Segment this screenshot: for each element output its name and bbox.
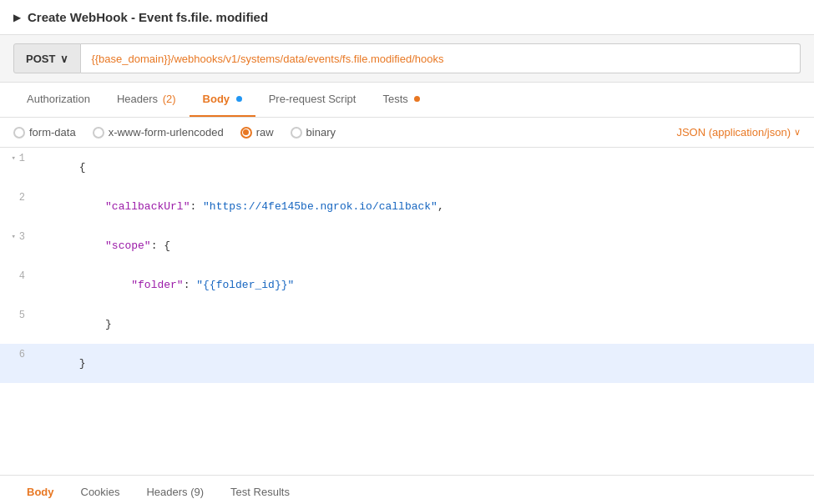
bottom-tab-headers[interactable]: Headers (9) (133, 476, 217, 504)
line-content-2: "callbackUrl": "https://4fe145be.ngrok.i… (33, 188, 814, 225)
tests-dot (414, 96, 420, 102)
code-line-empty-1 (0, 383, 814, 401)
line-number-3: ▾ 3 (0, 227, 33, 245)
line-content-6: } (33, 345, 814, 382)
binary-option[interactable]: binary (291, 126, 336, 139)
tab-body[interactable]: Body (190, 83, 255, 117)
tab-tests[interactable]: Tests (369, 83, 433, 117)
form-data-option[interactable]: form-data (13, 126, 76, 139)
urlencoded-radio[interactable] (93, 127, 104, 139)
tab-headers[interactable]: Headers (2) (104, 83, 190, 117)
form-data-radio[interactable] (13, 127, 25, 139)
tab-pre-request[interactable]: Pre-request Script (255, 83, 370, 117)
code-line-6: 6 } (0, 344, 814, 383)
code-line-3: ▾ 3 "scope": { (0, 226, 814, 265)
collapse-arrow-icon[interactable]: ▶ (13, 12, 21, 23)
binary-radio[interactable] (291, 127, 302, 139)
urlencoded-option[interactable]: x-www-form-urlencoded (93, 126, 224, 139)
title-bar: ▶ Create WebHook - Event fs.file. modifi… (0, 0, 814, 35)
line-content-1: { (33, 149, 814, 186)
code-line-1: ▾ 1 { (0, 148, 814, 187)
response-tabs: Body Cookies Headers (9) Test Results (0, 476, 814, 504)
code-line-empty-2 (0, 401, 814, 420)
method-dropdown-icon: ∨ (60, 53, 68, 65)
line-number-6: 6 (0, 345, 33, 363)
url-input[interactable] (81, 43, 801, 73)
request-tabs: Authorization Headers (2) Body Pre-reque… (0, 83, 814, 118)
bottom-tab-test-results[interactable]: Test Results (217, 476, 309, 504)
tab-authorization[interactable]: Authorization (13, 83, 104, 117)
body-options-bar: form-data x-www-form-urlencoded raw bina… (0, 118, 814, 148)
url-bar: POST ∨ (0, 35, 814, 83)
line-number-1: ▾ 1 (0, 149, 33, 167)
code-line-2: 2 "callbackUrl": "https://4fe145be.ngrok… (0, 187, 814, 226)
json-dropdown-icon: ∨ (794, 127, 801, 138)
line-number-2: 2 (0, 188, 33, 206)
line-fold-icon[interactable]: ▾ (11, 154, 15, 163)
code-line-empty-3 (0, 420, 814, 438)
line-number-4: 4 (0, 266, 33, 285)
json-type-selector[interactable]: JSON (application/json) ∨ (676, 126, 801, 139)
line-number-5: 5 (0, 305, 33, 324)
bottom-tab-body[interactable]: Body (13, 476, 68, 504)
line-content-5: } (33, 305, 814, 343)
body-dot (236, 96, 242, 102)
scope-fold-icon[interactable]: ▾ (11, 232, 15, 241)
code-line-4: 4 "folder": "{{folder_id}}" (0, 265, 814, 305)
method-selector[interactable]: POST ∨ (13, 43, 81, 73)
headers-badge: (2) (163, 93, 176, 105)
line-content-3: "scope": { (33, 227, 814, 265)
code-editor[interactable]: ▾ 1 { 2 "callbackUrl": "https://4fe145be… (0, 148, 814, 476)
page-title: Create WebHook - Event fs.file. modified (28, 10, 268, 24)
method-label: POST (26, 53, 55, 65)
raw-option[interactable]: raw (240, 126, 274, 139)
line-content-4: "folder": "{{folder_id}}" (33, 266, 814, 304)
raw-radio[interactable] (240, 127, 252, 139)
code-line-5: 5 } (0, 305, 814, 344)
code-line-empty-4 (0, 438, 814, 456)
bottom-tab-cookies[interactable]: Cookies (68, 476, 134, 504)
code-line-empty-5 (0, 456, 814, 475)
